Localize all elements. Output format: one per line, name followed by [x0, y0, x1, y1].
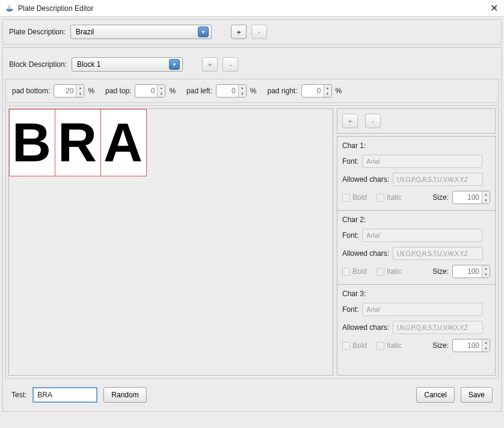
bold-label: Bold: [352, 267, 367, 276]
spin-up-icon[interactable]: ▲: [482, 340, 490, 346]
bold-checkbox[interactable]: Bold: [342, 193, 367, 202]
size-label: Size:: [432, 193, 449, 202]
italic-checkbox[interactable]: Italic: [376, 193, 402, 202]
bold-label: Bold: [352, 341, 367, 350]
pad-right-label: pad right:: [267, 87, 297, 95]
block-desc-label: Block Description:: [9, 60, 67, 69]
pad-unit: %: [250, 87, 257, 95]
char-title: Char 1:: [342, 141, 490, 150]
allowed-label: Allowed chars:: [342, 323, 389, 332]
test-label: Test:: [11, 391, 26, 399]
size-spinner[interactable]: ▲▼: [452, 191, 490, 204]
spin-up-icon[interactable]: ▲: [158, 85, 165, 91]
char-title: Char 2:: [342, 216, 490, 224]
plate-desc-label: Plate Description:: [9, 28, 66, 36]
spin-up-icon[interactable]: ▲: [324, 85, 331, 91]
size-input[interactable]: [453, 191, 482, 203]
block-desc-value: Block 1: [77, 60, 100, 69]
pad-bottom-spinner[interactable]: ▲▼: [54, 84, 84, 98]
block-add-button[interactable]: +: [202, 57, 218, 72]
pad-right-spinner[interactable]: ▲▼: [301, 84, 332, 98]
block-remove-button[interactable]: -: [223, 57, 238, 72]
plate-description-row: Plate Description: Brazil ▼ + -: [2, 19, 502, 45]
pad-left-input[interactable]: [217, 85, 238, 97]
spin-down-icon[interactable]: ▼: [482, 197, 490, 203]
checkbox-icon: [376, 342, 384, 350]
bold-checkbox[interactable]: Bold: [342, 267, 367, 276]
italic-label: Italic: [387, 267, 402, 276]
save-button[interactable]: Save: [461, 387, 493, 403]
window-title: Plate Description Editor: [18, 4, 93, 13]
pad-top-input[interactable]: [135, 85, 157, 97]
close-icon[interactable]: ✕: [490, 2, 498, 14]
test-input[interactable]: BRA: [32, 387, 97, 403]
block-description-row: Block Description: Block 1 ▼ + -: [5, 52, 499, 76]
pad-left-spinner[interactable]: ▲▼: [216, 84, 247, 98]
font-label: Font:: [342, 157, 358, 166]
size-spinner[interactable]: ▲▼: [452, 339, 490, 352]
allowed-field[interactable]: I,N,O,P,Q,R,S,T,U,V,W,X,Y,Z: [393, 247, 483, 260]
spin-down-icon[interactable]: ▼: [482, 346, 490, 352]
cancel-button[interactable]: Cancel: [416, 387, 454, 403]
size-spinner[interactable]: ▲▼: [452, 265, 490, 278]
main-panel: B R A + - Char 1: Font: Arial: [5, 105, 499, 379]
pad-top-spinner[interactable]: ▲▼: [135, 84, 165, 98]
italic-checkbox[interactable]: Italic: [376, 267, 402, 276]
char-panel: Char 1: Font: Arial Allowed chars: I,N,O…: [337, 137, 495, 211]
random-button[interactable]: Random: [103, 387, 146, 403]
block-desc-select[interactable]: Block 1 ▼: [72, 57, 183, 72]
font-label: Font:: [342, 231, 358, 240]
font-field[interactable]: Arial: [362, 303, 482, 316]
java-cup-icon: [5, 4, 14, 13]
titlebar: Plate Description Editor ✕: [0, 0, 504, 17]
allowed-label: Allowed chars:: [342, 249, 389, 258]
size-input[interactable]: [453, 265, 482, 278]
allowed-field[interactable]: I,N,O,P,Q,R,S,T,U,V,W,X,Y,Z: [393, 321, 483, 334]
font-label: Font:: [342, 305, 358, 314]
size-label: Size:: [432, 267, 449, 276]
spin-down-icon[interactable]: ▼: [482, 271, 490, 278]
plate-remove-button[interactable]: -: [251, 25, 267, 39]
bold-checkbox[interactable]: Bold: [342, 341, 367, 350]
char-panel: Char 3: Font: Arial Allowed chars: I,N,O…: [337, 285, 495, 358]
spin-down-icon[interactable]: ▼: [76, 91, 84, 97]
italic-checkbox[interactable]: Italic: [376, 341, 402, 350]
pad-unit: %: [169, 87, 176, 95]
chevron-down-icon: ▼: [198, 26, 209, 37]
size-input[interactable]: [453, 340, 482, 352]
font-field[interactable]: Arial: [362, 155, 482, 168]
italic-label: Italic: [387, 193, 402, 202]
allowed-field[interactable]: I,N,O,P,Q,R,S,T,U,V,W,X,Y,Z: [393, 173, 483, 186]
plate-desc-select[interactable]: Brazil ▼: [70, 25, 212, 39]
pad-top-label: pad top:: [105, 87, 131, 95]
pad-unit: %: [88, 87, 94, 95]
italic-label: Italic: [387, 341, 402, 350]
spin-up-icon[interactable]: ▲: [239, 85, 246, 91]
bold-label: Bold: [352, 193, 367, 202]
plate-box: B R A: [9, 109, 147, 176]
pad-unit: %: [336, 87, 342, 95]
spin-down-icon[interactable]: ▼: [158, 91, 165, 97]
plate-add-button[interactable]: +: [231, 25, 247, 39]
checkbox-icon: [342, 268, 350, 276]
spin-up-icon[interactable]: ▲: [482, 191, 490, 197]
char-list: Char 1: Font: Arial Allowed chars: I,N,O…: [337, 136, 496, 376]
spin-up-icon[interactable]: ▲: [482, 265, 490, 271]
checkbox-icon: [376, 194, 384, 202]
checkbox-icon: [342, 342, 350, 350]
plate-cell: B: [10, 110, 55, 176]
spin-down-icon[interactable]: ▼: [239, 91, 246, 97]
spin-up-icon[interactable]: ▲: [76, 85, 84, 91]
spin-down-icon[interactable]: ▼: [324, 91, 331, 97]
char-add-button[interactable]: +: [342, 114, 358, 128]
pad-left-label: pad left:: [186, 87, 212, 95]
plate-cell: R: [55, 110, 101, 176]
pad-bottom-input[interactable]: [54, 85, 76, 97]
char-controls-row: + -: [337, 108, 496, 134]
char-remove-button[interactable]: -: [365, 114, 381, 128]
font-field[interactable]: Arial: [362, 229, 482, 242]
pad-right-input[interactable]: [302, 85, 324, 97]
char-panel: Char 2: Font: Arial Allowed chars: I,N,O…: [337, 211, 495, 285]
size-label: Size:: [432, 341, 449, 350]
char-title: Char 3:: [342, 290, 490, 298]
